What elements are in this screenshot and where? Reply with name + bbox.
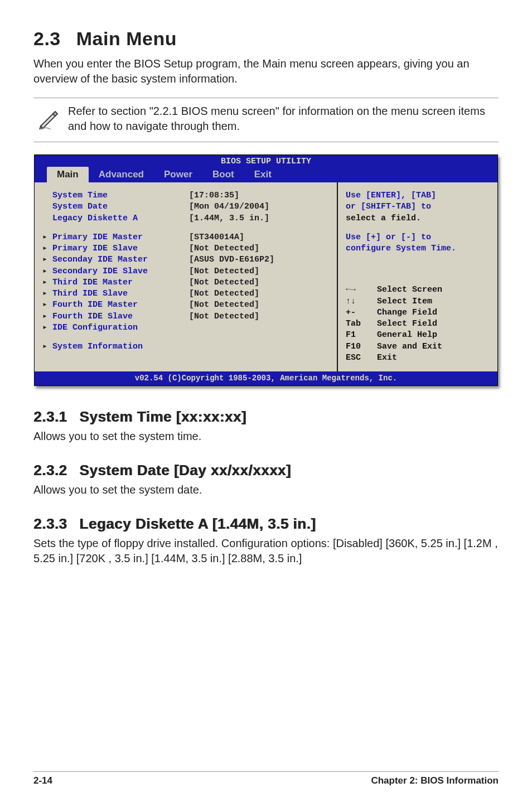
value: [Not Detected] xyxy=(189,277,259,288)
help-keys: ←→Select Screen ↑↓Select Item +-Change F… xyxy=(346,284,491,364)
field-primary-ide-slave[interactable]: ▸Primary IDE Slave[Not Detected] xyxy=(42,243,331,254)
key-desc: Select Item xyxy=(377,296,432,307)
bios-help-pane: Use [ENTER], [TAB] or [SHIFT-TAB] to sel… xyxy=(337,182,497,371)
label: Legacy Diskette A xyxy=(52,213,189,224)
subsection-number: 2.3.1 xyxy=(33,408,67,426)
value: [Not Detected] xyxy=(189,311,259,322)
bios-footer: v02.54 (C)Copyright 1985-2003, American … xyxy=(35,371,497,385)
bios-title: BIOS SETUP UTILITY xyxy=(35,155,497,167)
help-line: Use [ENTER], [TAB] xyxy=(346,190,491,201)
section-title: Main Menu xyxy=(76,28,177,49)
tab-power[interactable]: Power xyxy=(154,168,202,181)
subsection-text: Sets the type of floppy drive installed.… xyxy=(33,536,499,566)
key: F1 xyxy=(346,330,377,341)
key-desc: Select Screen xyxy=(377,284,442,296)
value: [ASUS DVD-E616P2] xyxy=(189,254,274,265)
subsection-title: Legacy Diskette A [1.44M, 3.5 in.] xyxy=(79,515,316,532)
key-desc: General Help xyxy=(377,330,437,341)
label: Fourth IDE Slave xyxy=(52,311,189,322)
subsection-heading: 2.3.1System Time [xx:xx:xx] xyxy=(33,408,499,426)
subsection-number: 2.3.2 xyxy=(33,462,67,479)
key-desc: Select Field xyxy=(377,318,437,330)
key: ←→ xyxy=(346,284,377,296)
field-system-date[interactable]: System Date[Mon 04/19/2004] xyxy=(42,201,331,212)
subsection-number: 2.3.3 xyxy=(33,515,67,533)
subsection-title: System Time [xx:xx:xx] xyxy=(79,408,246,425)
subsection-heading: 2.3.3Legacy Diskette A [1.44M, 3.5 in.] xyxy=(33,515,499,533)
value: [Not Detected] xyxy=(189,299,259,311)
page-number: 2-14 xyxy=(33,775,52,786)
value: [Mon 04/19/2004] xyxy=(189,201,269,212)
value: [17:08:35] xyxy=(189,190,239,201)
bios-screenshot: BIOS SETUP UTILITY Main Advanced Power B… xyxy=(34,154,498,386)
label: Third IDE Slave xyxy=(52,288,189,299)
subsection-text: Allows you to set the system date. xyxy=(33,482,499,497)
bios-tabs: Main Advanced Power Boot Exit xyxy=(35,167,497,182)
field-system-information[interactable]: ▸System Information xyxy=(42,341,331,352)
label: Third IDE Master xyxy=(52,277,189,288)
section-heading: 2.3Main Menu xyxy=(33,28,499,50)
subsection-heading: 2.3.2System Date [Day xx/xx/xxxx] xyxy=(33,462,499,479)
key: +- xyxy=(346,307,377,318)
field-system-time[interactable]: System Time[17:08:35] xyxy=(42,190,331,201)
note-text: Refer to section "2.2.1 BIOS menu screen… xyxy=(64,104,499,134)
value: [1.44M, 3.5 in.] xyxy=(189,213,269,224)
field-secondary-ide-master[interactable]: ▸Seconday IDE Master[ASUS DVD-E616P2] xyxy=(42,254,331,265)
label: Primary IDE Master xyxy=(52,232,189,243)
help-line: configure System Time. xyxy=(346,243,491,254)
label: IDE Configuration xyxy=(52,322,189,334)
label: System Time xyxy=(52,190,189,201)
key: Tab xyxy=(346,318,377,330)
label: Secondary IDE Slave xyxy=(52,266,189,277)
help-line: or [SHIFT-TAB] to xyxy=(346,201,491,212)
pencil-note-icon xyxy=(33,104,64,132)
section-number: 2.3 xyxy=(33,28,61,50)
field-ide-configuration[interactable]: ▸IDE Configuration xyxy=(42,322,331,334)
field-legacy-diskette[interactable]: Legacy Diskette A[1.44M, 3.5 in.] xyxy=(42,213,331,224)
value: [Not Detected] xyxy=(189,288,259,299)
field-third-ide-master[interactable]: ▸Third IDE Master[Not Detected] xyxy=(42,277,331,288)
key-desc: Change Field xyxy=(377,307,437,318)
value: [Not Detected] xyxy=(189,243,259,254)
key: ↑↓ xyxy=(346,296,377,307)
note-block: Refer to section "2.2.1 BIOS menu screen… xyxy=(33,98,499,142)
value: [ST340014A] xyxy=(189,232,244,243)
tab-advanced[interactable]: Advanced xyxy=(89,168,154,181)
bios-left-pane: System Time[17:08:35] System Date[Mon 04… xyxy=(35,182,337,371)
value: [Not Detected] xyxy=(189,266,259,277)
tab-boot[interactable]: Boot xyxy=(202,168,244,181)
subsection-title: System Date [Day xx/xx/xxxx] xyxy=(79,462,291,479)
label: System Information xyxy=(52,341,189,352)
key: ESC xyxy=(346,352,377,364)
field-third-ide-slave[interactable]: ▸Third IDE Slave[Not Detected] xyxy=(42,288,331,299)
label: Primary IDE Slave xyxy=(52,243,189,254)
subsection-text: Allows you to set the system time. xyxy=(33,429,499,444)
label: System Date xyxy=(52,201,189,212)
help-line: Use [+] or [-] to xyxy=(346,232,491,243)
tab-exit[interactable]: Exit xyxy=(244,168,282,181)
page-footer: 2-14 Chapter 2: BIOS Information xyxy=(33,771,499,786)
tab-main[interactable]: Main xyxy=(47,167,89,182)
field-primary-ide-master[interactable]: ▸Primary IDE Master[ST340014A] xyxy=(42,232,331,243)
field-fourth-ide-master[interactable]: ▸Fourth IDE Master[Not Detected] xyxy=(42,299,331,311)
help-line: select a field. xyxy=(346,213,491,224)
key-desc: Save and Exit xyxy=(377,341,442,352)
field-secondary-ide-slave[interactable]: ▸Secondary IDE Slave[Not Detected] xyxy=(42,266,331,277)
section-intro: When you enter the BIOS Setup program, t… xyxy=(33,56,499,86)
page-footer-title: Chapter 2: BIOS Information xyxy=(371,775,499,786)
label: Fourth IDE Master xyxy=(52,299,189,311)
label: Seconday IDE Master xyxy=(52,254,189,265)
key-desc: Exit xyxy=(377,352,397,364)
key: F10 xyxy=(346,341,377,352)
field-fourth-ide-slave[interactable]: ▸Fourth IDE Slave[Not Detected] xyxy=(42,311,331,322)
